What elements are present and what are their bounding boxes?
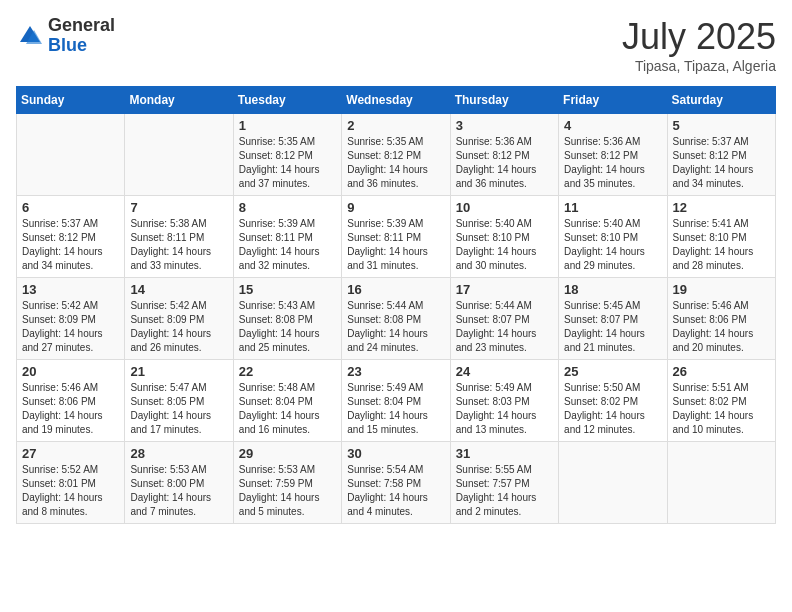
calendar-cell: 31Sunrise: 5:55 AM Sunset: 7:57 PM Dayli… bbox=[450, 442, 558, 524]
calendar-cell: 9Sunrise: 5:39 AM Sunset: 8:11 PM Daylig… bbox=[342, 196, 450, 278]
day-info: Sunrise: 5:47 AM Sunset: 8:05 PM Dayligh… bbox=[130, 381, 227, 437]
calendar-week-row: 6Sunrise: 5:37 AM Sunset: 8:12 PM Daylig… bbox=[17, 196, 776, 278]
day-number: 27 bbox=[22, 446, 119, 461]
calendar-cell bbox=[559, 442, 667, 524]
day-info: Sunrise: 5:35 AM Sunset: 8:12 PM Dayligh… bbox=[239, 135, 336, 191]
calendar-week-row: 13Sunrise: 5:42 AM Sunset: 8:09 PM Dayli… bbox=[17, 278, 776, 360]
logo: General Blue bbox=[16, 16, 115, 56]
day-info: Sunrise: 5:53 AM Sunset: 7:59 PM Dayligh… bbox=[239, 463, 336, 519]
calendar-cell: 22Sunrise: 5:48 AM Sunset: 8:04 PM Dayli… bbox=[233, 360, 341, 442]
title-block: July 2025 Tipasa, Tipaza, Algeria bbox=[622, 16, 776, 74]
day-number: 1 bbox=[239, 118, 336, 133]
calendar-week-row: 27Sunrise: 5:52 AM Sunset: 8:01 PM Dayli… bbox=[17, 442, 776, 524]
day-info: Sunrise: 5:41 AM Sunset: 8:10 PM Dayligh… bbox=[673, 217, 770, 273]
day-number: 23 bbox=[347, 364, 444, 379]
calendar-cell: 3Sunrise: 5:36 AM Sunset: 8:12 PM Daylig… bbox=[450, 114, 558, 196]
day-info: Sunrise: 5:42 AM Sunset: 8:09 PM Dayligh… bbox=[130, 299, 227, 355]
day-info: Sunrise: 5:50 AM Sunset: 8:02 PM Dayligh… bbox=[564, 381, 661, 437]
calendar-cell: 14Sunrise: 5:42 AM Sunset: 8:09 PM Dayli… bbox=[125, 278, 233, 360]
day-number: 21 bbox=[130, 364, 227, 379]
day-info: Sunrise: 5:49 AM Sunset: 8:03 PM Dayligh… bbox=[456, 381, 553, 437]
location-subtitle: Tipasa, Tipaza, Algeria bbox=[622, 58, 776, 74]
day-number: 2 bbox=[347, 118, 444, 133]
day-number: 13 bbox=[22, 282, 119, 297]
day-info: Sunrise: 5:48 AM Sunset: 8:04 PM Dayligh… bbox=[239, 381, 336, 437]
calendar-cell: 4Sunrise: 5:36 AM Sunset: 8:12 PM Daylig… bbox=[559, 114, 667, 196]
day-info: Sunrise: 5:40 AM Sunset: 8:10 PM Dayligh… bbox=[564, 217, 661, 273]
weekday-header: Monday bbox=[125, 87, 233, 114]
day-info: Sunrise: 5:43 AM Sunset: 8:08 PM Dayligh… bbox=[239, 299, 336, 355]
day-number: 17 bbox=[456, 282, 553, 297]
day-info: Sunrise: 5:40 AM Sunset: 8:10 PM Dayligh… bbox=[456, 217, 553, 273]
day-number: 12 bbox=[673, 200, 770, 215]
day-info: Sunrise: 5:44 AM Sunset: 8:07 PM Dayligh… bbox=[456, 299, 553, 355]
calendar-cell: 10Sunrise: 5:40 AM Sunset: 8:10 PM Dayli… bbox=[450, 196, 558, 278]
day-number: 7 bbox=[130, 200, 227, 215]
day-info: Sunrise: 5:36 AM Sunset: 8:12 PM Dayligh… bbox=[456, 135, 553, 191]
day-number: 24 bbox=[456, 364, 553, 379]
day-number: 16 bbox=[347, 282, 444, 297]
day-info: Sunrise: 5:37 AM Sunset: 8:12 PM Dayligh… bbox=[673, 135, 770, 191]
calendar-cell: 7Sunrise: 5:38 AM Sunset: 8:11 PM Daylig… bbox=[125, 196, 233, 278]
day-info: Sunrise: 5:52 AM Sunset: 8:01 PM Dayligh… bbox=[22, 463, 119, 519]
calendar-week-row: 1Sunrise: 5:35 AM Sunset: 8:12 PM Daylig… bbox=[17, 114, 776, 196]
calendar-cell: 21Sunrise: 5:47 AM Sunset: 8:05 PM Dayli… bbox=[125, 360, 233, 442]
calendar-week-row: 20Sunrise: 5:46 AM Sunset: 8:06 PM Dayli… bbox=[17, 360, 776, 442]
calendar-cell bbox=[125, 114, 233, 196]
calendar-cell: 17Sunrise: 5:44 AM Sunset: 8:07 PM Dayli… bbox=[450, 278, 558, 360]
logo-icon bbox=[16, 22, 44, 50]
calendar-cell bbox=[17, 114, 125, 196]
weekday-header: Friday bbox=[559, 87, 667, 114]
calendar-cell: 12Sunrise: 5:41 AM Sunset: 8:10 PM Dayli… bbox=[667, 196, 775, 278]
calendar-cell: 16Sunrise: 5:44 AM Sunset: 8:08 PM Dayli… bbox=[342, 278, 450, 360]
day-number: 9 bbox=[347, 200, 444, 215]
calendar-cell: 24Sunrise: 5:49 AM Sunset: 8:03 PM Dayli… bbox=[450, 360, 558, 442]
day-number: 15 bbox=[239, 282, 336, 297]
day-number: 26 bbox=[673, 364, 770, 379]
calendar-cell: 28Sunrise: 5:53 AM Sunset: 8:00 PM Dayli… bbox=[125, 442, 233, 524]
page-header: General Blue July 2025 Tipasa, Tipaza, A… bbox=[16, 16, 776, 74]
day-number: 6 bbox=[22, 200, 119, 215]
day-number: 31 bbox=[456, 446, 553, 461]
calendar-cell: 2Sunrise: 5:35 AM Sunset: 8:12 PM Daylig… bbox=[342, 114, 450, 196]
calendar-cell: 20Sunrise: 5:46 AM Sunset: 8:06 PM Dayli… bbox=[17, 360, 125, 442]
calendar-cell: 8Sunrise: 5:39 AM Sunset: 8:11 PM Daylig… bbox=[233, 196, 341, 278]
calendar-cell: 19Sunrise: 5:46 AM Sunset: 8:06 PM Dayli… bbox=[667, 278, 775, 360]
weekday-header: Saturday bbox=[667, 87, 775, 114]
day-number: 14 bbox=[130, 282, 227, 297]
day-number: 11 bbox=[564, 200, 661, 215]
day-info: Sunrise: 5:46 AM Sunset: 8:06 PM Dayligh… bbox=[673, 299, 770, 355]
day-info: Sunrise: 5:36 AM Sunset: 8:12 PM Dayligh… bbox=[564, 135, 661, 191]
weekday-header: Sunday bbox=[17, 87, 125, 114]
weekday-header-row: SundayMondayTuesdayWednesdayThursdayFrid… bbox=[17, 87, 776, 114]
calendar-cell: 15Sunrise: 5:43 AM Sunset: 8:08 PM Dayli… bbox=[233, 278, 341, 360]
day-number: 4 bbox=[564, 118, 661, 133]
day-info: Sunrise: 5:39 AM Sunset: 8:11 PM Dayligh… bbox=[347, 217, 444, 273]
calendar-cell: 27Sunrise: 5:52 AM Sunset: 8:01 PM Dayli… bbox=[17, 442, 125, 524]
day-info: Sunrise: 5:35 AM Sunset: 8:12 PM Dayligh… bbox=[347, 135, 444, 191]
calendar-cell: 1Sunrise: 5:35 AM Sunset: 8:12 PM Daylig… bbox=[233, 114, 341, 196]
calendar-cell: 5Sunrise: 5:37 AM Sunset: 8:12 PM Daylig… bbox=[667, 114, 775, 196]
day-number: 8 bbox=[239, 200, 336, 215]
day-number: 3 bbox=[456, 118, 553, 133]
day-info: Sunrise: 5:39 AM Sunset: 8:11 PM Dayligh… bbox=[239, 217, 336, 273]
day-info: Sunrise: 5:53 AM Sunset: 8:00 PM Dayligh… bbox=[130, 463, 227, 519]
day-number: 19 bbox=[673, 282, 770, 297]
calendar-table: SundayMondayTuesdayWednesdayThursdayFrid… bbox=[16, 86, 776, 524]
weekday-header: Tuesday bbox=[233, 87, 341, 114]
day-number: 5 bbox=[673, 118, 770, 133]
calendar-cell: 11Sunrise: 5:40 AM Sunset: 8:10 PM Dayli… bbox=[559, 196, 667, 278]
logo-text: General Blue bbox=[48, 16, 115, 56]
calendar-cell: 29Sunrise: 5:53 AM Sunset: 7:59 PM Dayli… bbox=[233, 442, 341, 524]
day-info: Sunrise: 5:55 AM Sunset: 7:57 PM Dayligh… bbox=[456, 463, 553, 519]
day-info: Sunrise: 5:51 AM Sunset: 8:02 PM Dayligh… bbox=[673, 381, 770, 437]
calendar-cell: 23Sunrise: 5:49 AM Sunset: 8:04 PM Dayli… bbox=[342, 360, 450, 442]
calendar-cell: 26Sunrise: 5:51 AM Sunset: 8:02 PM Dayli… bbox=[667, 360, 775, 442]
calendar-cell: 18Sunrise: 5:45 AM Sunset: 8:07 PM Dayli… bbox=[559, 278, 667, 360]
calendar-cell: 6Sunrise: 5:37 AM Sunset: 8:12 PM Daylig… bbox=[17, 196, 125, 278]
weekday-header: Thursday bbox=[450, 87, 558, 114]
day-number: 30 bbox=[347, 446, 444, 461]
day-number: 29 bbox=[239, 446, 336, 461]
calendar-cell bbox=[667, 442, 775, 524]
day-info: Sunrise: 5:37 AM Sunset: 8:12 PM Dayligh… bbox=[22, 217, 119, 273]
